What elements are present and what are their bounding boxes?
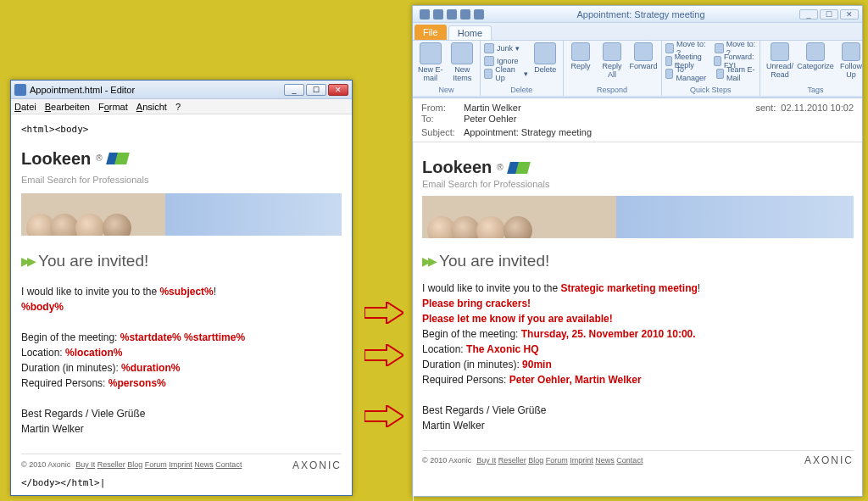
unread-button[interactable]: Unread/ Read bbox=[764, 42, 796, 80]
logo-text: Lookeen bbox=[21, 146, 91, 171]
rendered-body: I would like to invite you to the Strate… bbox=[422, 281, 854, 433]
lookeen-logo: Lookeen® bbox=[422, 158, 854, 177]
qs-manager-button[interactable]: To Manager bbox=[665, 68, 709, 80]
from-value: Martin Welker bbox=[464, 103, 521, 113]
transform-arrow-icon bbox=[364, 344, 403, 366]
message-header: From:Martin Welker sent: 02.11.2010 10:0… bbox=[413, 98, 862, 142]
arrow-bullet-icon: ▶▶ bbox=[21, 253, 33, 270]
qs-team-button[interactable]: Team E-Mail bbox=[716, 68, 756, 80]
minimize-button[interactable]: _ bbox=[284, 84, 304, 96]
ribbon-group-quicksteps: Move to: ? Move to: ? Meeting Reply Forw… bbox=[662, 41, 761, 96]
qat-save-icon[interactable] bbox=[420, 9, 430, 19]
qat-redo-icon[interactable] bbox=[447, 9, 457, 19]
footer-links: Buy It Reseller Blog Forum Imprint News … bbox=[476, 456, 643, 465]
arrow-bullet-icon: ▶▶ bbox=[422, 254, 434, 268]
template-body: I would like to invite you to the %subje… bbox=[21, 284, 342, 437]
email-footer: © 2010 Axonic Buy It Reseller Blog Forum… bbox=[422, 450, 854, 466]
new-items-button[interactable]: New Items bbox=[448, 42, 477, 83]
footer-links: Buy It Reseller Blog Forum Imprint News … bbox=[75, 459, 242, 471]
logo-swoosh-icon bbox=[509, 160, 532, 175]
ribbon: File Home New E-mail New Items New Junk▾… bbox=[413, 23, 862, 98]
email-footer: © 2010 Axonic Buy It Reseller Blog Forum… bbox=[21, 454, 342, 473]
close-button[interactable]: ✕ bbox=[840, 9, 859, 19]
maximize-button[interactable]: ☐ bbox=[306, 84, 326, 96]
junk-button[interactable]: Junk▾ bbox=[484, 42, 528, 54]
axonic-logo: AXONIC bbox=[804, 454, 854, 466]
invite-heading: ▶▶ You are invited! bbox=[21, 249, 342, 274]
ribbon-group-delete: Junk▾ Ignore Clean Up▾ Delete Delete bbox=[481, 41, 564, 96]
outlook-window: Appointment: Strategy meeting _ ☐ ✕ File… bbox=[412, 5, 863, 497]
qat-undo-icon[interactable] bbox=[433, 9, 443, 19]
qat-prev-icon[interactable] bbox=[460, 9, 470, 19]
ribbon-group-tags: Unread/ Read Categorize Follow Up Tags bbox=[760, 41, 868, 96]
menu-format[interactable]: Format bbox=[98, 99, 128, 114]
quick-access-toolbar bbox=[420, 9, 484, 19]
editor-icon bbox=[14, 84, 26, 96]
cleanup-button[interactable]: Clean Up▾ bbox=[484, 68, 528, 80]
open-tag: <html><body> bbox=[21, 123, 342, 137]
menu-view[interactable]: Ansicht bbox=[136, 99, 167, 114]
editor-menubar: Datei Bearbeiten Format Ansicht ? bbox=[11, 99, 352, 114]
logo-swoosh-icon bbox=[108, 151, 131, 166]
to-value: Peter Oehler bbox=[464, 114, 516, 124]
reply-all-button[interactable]: Reply All bbox=[598, 42, 626, 80]
maximize-button[interactable]: ☐ bbox=[820, 9, 838, 19]
editor-document[interactable]: <html><body> Lookeen® Email Search for P… bbox=[11, 114, 352, 498]
forward-button[interactable]: Forward bbox=[629, 42, 657, 71]
ribbon-group-new: New E-mail New Items New bbox=[413, 41, 481, 96]
ribbon-group-respond: Reply Reply All Forward Respond bbox=[564, 41, 662, 96]
menu-edit[interactable]: Bearbeiten bbox=[45, 99, 90, 114]
close-tag: </body></html>| bbox=[21, 476, 342, 491]
minimize-button[interactable]: _ bbox=[799, 9, 818, 19]
sent-value: 02.11.2010 10:02 bbox=[781, 103, 854, 113]
menu-help[interactable]: ? bbox=[175, 99, 181, 114]
editor-titlebar[interactable]: Appointment.html - Editor _ ☐ ✕ bbox=[11, 81, 352, 99]
outlook-title: Appointment: Strategy meeting bbox=[484, 9, 798, 19]
lookeen-logo: Lookeen® bbox=[21, 146, 342, 171]
tab-file[interactable]: File bbox=[415, 25, 447, 40]
message-body[interactable]: Lookeen® Email Search for Professionals … bbox=[413, 142, 862, 501]
outlook-titlebar[interactable]: Appointment: Strategy meeting _ ☐ ✕ bbox=[413, 6, 862, 23]
delete-button[interactable]: Delete bbox=[531, 42, 559, 75]
close-button[interactable]: ✕ bbox=[328, 84, 348, 96]
categorize-button[interactable]: Categorize bbox=[799, 42, 832, 71]
logo-tagline: Email Search for Professionals bbox=[422, 179, 854, 189]
ribbon-tabs: File Home bbox=[413, 23, 862, 40]
invite-heading: ▶▶ You are invited! bbox=[422, 252, 854, 270]
editor-title: Appointment.html - Editor bbox=[30, 85, 282, 95]
followup-button[interactable]: Follow Up bbox=[835, 42, 867, 80]
transform-arrow-icon bbox=[364, 302, 403, 324]
logo-tagline: Email Search for Professionals bbox=[21, 173, 342, 187]
qat-next-icon[interactable] bbox=[474, 9, 484, 19]
reply-button[interactable]: Reply bbox=[567, 42, 595, 71]
tab-home[interactable]: Home bbox=[448, 25, 492, 40]
menu-file[interactable]: Datei bbox=[14, 99, 36, 114]
new-email-button[interactable]: New E-mail bbox=[416, 42, 445, 83]
banner-image bbox=[21, 193, 342, 236]
transform-arrow-icon bbox=[364, 405, 403, 427]
axonic-logo: AXONIC bbox=[292, 458, 342, 473]
editor-window: Appointment.html - Editor _ ☐ ✕ Datei Be… bbox=[10, 80, 353, 496]
subject-value: Appointment: Strategy meeting bbox=[464, 127, 592, 137]
banner-image bbox=[422, 196, 854, 238]
